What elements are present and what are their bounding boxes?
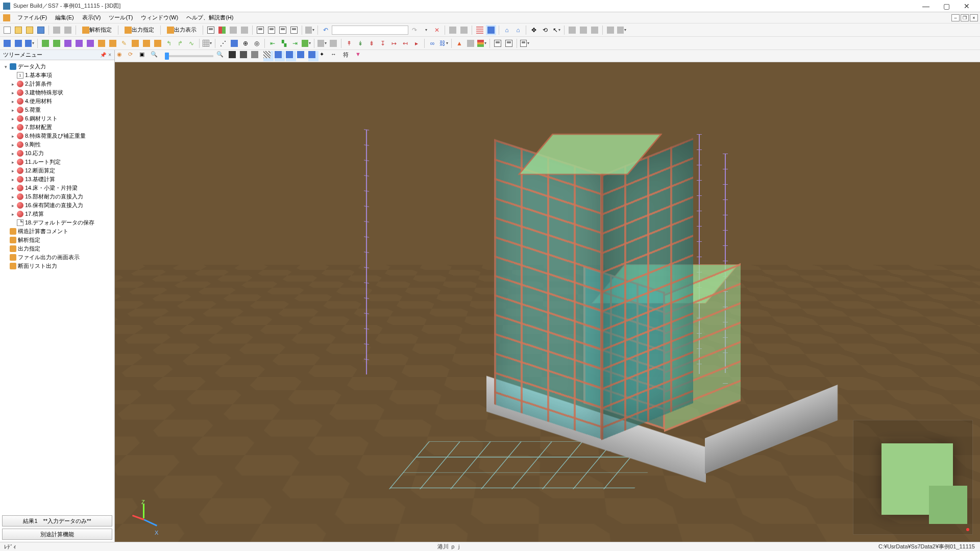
load-down-button[interactable]: ↡ — [355, 38, 365, 48]
link2-dropdown[interactable]: ⛓ — [438, 38, 449, 48]
vp-crop-button[interactable]: ▣ — [139, 51, 150, 61]
extra-calc-button[interactable]: 別途計算機能 — [2, 529, 112, 540]
tree-view[interactable]: ▾データ入力 11.基本事項 ▸2.計算条件 ▸3.建物特殊形状 ▸4.使用材料… — [0, 60, 114, 513]
load-ld-button[interactable]: ↧ — [378, 38, 388, 48]
tree-item-9[interactable]: ▸9.剛性 — [1, 140, 113, 149]
vp-sign-button[interactable]: 符 — [343, 51, 353, 61]
vp-zoom-button[interactable]: 🔍 — [151, 51, 161, 61]
link-button[interactable]: ∞ — [427, 38, 437, 48]
window-splitv-button[interactable] — [578, 25, 589, 35]
load-lr-button[interactable]: ↦ — [389, 38, 399, 48]
pin-icon[interactable]: 📌 — [100, 52, 106, 58]
vp-mode-d-button[interactable] — [297, 51, 307, 61]
tree-tail-4[interactable]: ファイル出力の画面表示 — [1, 253, 113, 262]
node-a-button[interactable]: ⋰ — [218, 38, 228, 48]
menu-window[interactable]: ウィンドウ(W) — [137, 12, 182, 23]
member-wall-button[interactable] — [63, 38, 73, 48]
member-goL-button[interactable]: ↰ — [164, 38, 174, 48]
tree-item-4[interactable]: ▸4.使用材料 — [1, 97, 113, 106]
member-pencil-button[interactable]: ✎ — [119, 38, 129, 48]
vp-shade1-button[interactable] — [229, 51, 239, 61]
tree-item-17[interactable]: ▸17.積算 — [1, 210, 113, 218]
load-up-button[interactable]: ↟ — [344, 38, 354, 48]
node-d-button[interactable]: ◎ — [252, 38, 262, 48]
menu-help[interactable]: ヘルプ、解説書(H) — [182, 12, 237, 23]
vp-shade2-button[interactable] — [240, 51, 250, 61]
member-a-button[interactable] — [130, 38, 140, 48]
undo-button[interactable]: ↶ — [321, 25, 331, 35]
grid-dropdown[interactable] — [202, 38, 212, 48]
member-slab-button[interactable] — [85, 38, 95, 48]
print3-button[interactable] — [278, 25, 288, 35]
assign-flag-button[interactable]: ▚ — [279, 38, 289, 48]
frame-y-button[interactable] — [13, 38, 23, 48]
mdi-restore-button[interactable]: ❐ — [961, 14, 969, 21]
tree-item-11[interactable]: ▸11.ルート判定 — [1, 158, 113, 166]
viewport-3d[interactable]: Z X — [115, 62, 980, 542]
minimap[interactable] — [853, 420, 973, 535]
window-splith-button[interactable] — [590, 25, 600, 35]
import-button[interactable] — [63, 25, 73, 35]
load-ll-button[interactable]: ↤ — [400, 38, 410, 48]
zoom-slider[interactable] — [165, 55, 213, 57]
member-beam-button[interactable] — [52, 38, 62, 48]
panel-close-icon[interactable]: × — [108, 52, 111, 58]
vp-shade3-button[interactable] — [251, 51, 261, 61]
node-b-button[interactable] — [229, 38, 239, 48]
undo-history-combo[interactable] — [332, 26, 408, 35]
member-foot-button[interactable] — [108, 38, 118, 48]
cancel-button[interactable]: ✕ — [432, 25, 442, 35]
analysis-spec-button[interactable]: 解析指定 — [79, 25, 115, 35]
assign-group-dropdown[interactable] — [301, 38, 311, 48]
tree-tail-2[interactable]: 解析指定 — [1, 236, 113, 244]
tree-tail-5[interactable]: 断面リスト出力 — [1, 262, 113, 270]
toggle-color-button[interactable] — [217, 25, 227, 35]
save-button[interactable] — [36, 25, 46, 35]
view-single-button[interactable] — [448, 25, 458, 35]
print-c-dropdown[interactable] — [520, 38, 530, 48]
grid-button[interactable] — [228, 25, 238, 35]
vp-filter-button[interactable]: ▼ — [355, 51, 365, 61]
vp-mode-b-button[interactable] — [275, 51, 285, 61]
tool-a-dropdown[interactable] — [317, 38, 327, 48]
redo-button[interactable]: ↷ — [409, 25, 420, 35]
tree-item-14[interactable]: ▸14.床・小梁・片持梁 — [1, 184, 113, 192]
vp-mode-e-button[interactable] — [308, 51, 318, 61]
folder-button[interactable] — [24, 25, 35, 35]
settings-dropdown[interactable] — [305, 25, 315, 35]
mdi-close-button[interactable]: × — [970, 14, 978, 21]
print4-button[interactable] — [289, 25, 299, 35]
tree-item-8[interactable]: ▸8.特殊荷重及び補正重量 — [1, 132, 113, 140]
mdi-minimize-button[interactable]: – — [951, 14, 960, 21]
window-setB-dropdown[interactable] — [617, 25, 627, 35]
output-spec-button[interactable]: 出力指定 — [121, 25, 158, 35]
window-split2-button[interactable] — [567, 25, 577, 35]
minimize-button[interactable]: — — [916, 1, 936, 12]
view-mesh-button[interactable] — [486, 25, 496, 35]
member-brace-button[interactable] — [96, 38, 107, 48]
tree-item-16[interactable]: ▸16.保有関連の直接入力 — [1, 201, 113, 210]
tree-item-1[interactable]: 11.基本事項 — [1, 71, 113, 80]
tree-tail-3[interactable]: 出力指定 — [1, 244, 113, 253]
window-setA-button[interactable] — [605, 25, 616, 35]
tree-tail-1[interactable]: 構造計算書コメント — [1, 227, 113, 236]
load-flag-button[interactable]: ▸ — [411, 38, 422, 48]
member-b-button[interactable] — [141, 38, 152, 48]
tree-item-3[interactable]: ▸3.建物特殊形状 — [1, 88, 113, 97]
chart-dropdown[interactable] — [477, 38, 487, 48]
tree-root[interactable]: ▾データ入力 — [1, 62, 113, 71]
home-button[interactable]: ⌂ — [502, 25, 512, 35]
menu-edit[interactable]: 編集(E) — [51, 12, 78, 23]
tree-item-12[interactable]: ▸12.断面算定 — [1, 166, 113, 175]
maximize-button[interactable]: ▢ — [936, 1, 957, 12]
vp-measure-button[interactable]: ↔ — [331, 51, 341, 61]
preview-button[interactable] — [206, 25, 216, 35]
rotate-button[interactable]: ⟲ — [540, 25, 550, 35]
assign-L-button[interactable]: ⇤ — [267, 38, 278, 48]
close-button[interactable]: ✕ — [957, 1, 977, 12]
node-c-button[interactable]: ⊕ — [240, 38, 251, 48]
print2-button[interactable] — [266, 25, 277, 35]
menu-tool[interactable]: ツール(T) — [105, 12, 137, 23]
assign-R-button[interactable]: ⇥ — [290, 38, 300, 48]
vp-mode-a-button[interactable] — [263, 51, 274, 61]
